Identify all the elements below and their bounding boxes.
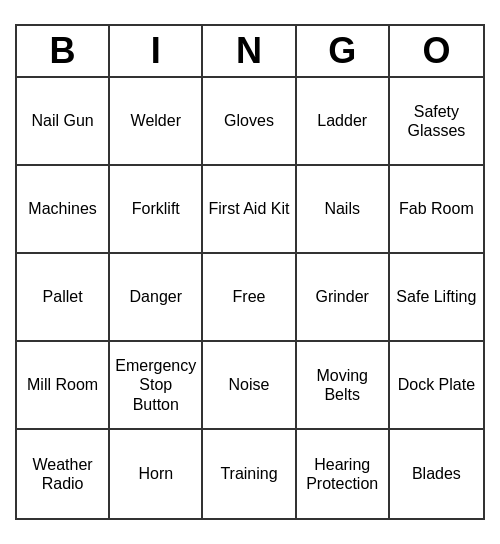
header-letter-i: I — [110, 26, 203, 76]
bingo-cell-7: First Aid Kit — [203, 166, 296, 254]
bingo-cell-text-5: Machines — [28, 199, 96, 218]
bingo-cell-text-11: Danger — [130, 287, 182, 306]
bingo-cell-text-3: Ladder — [317, 111, 367, 130]
bingo-cell-20: Weather Radio — [17, 430, 110, 518]
bingo-cell-3: Ladder — [297, 78, 390, 166]
header-letter-o: O — [390, 26, 483, 76]
bingo-cell-text-17: Noise — [229, 375, 270, 394]
bingo-cell-13: Grinder — [297, 254, 390, 342]
bingo-cell-24: Blades — [390, 430, 483, 518]
bingo-cell-text-8: Nails — [324, 199, 360, 218]
bingo-cell-text-13: Grinder — [316, 287, 369, 306]
bingo-cell-text-2: Gloves — [224, 111, 274, 130]
bingo-cell-5: Machines — [17, 166, 110, 254]
bingo-cell-text-0: Nail Gun — [31, 111, 93, 130]
bingo-cell-17: Noise — [203, 342, 296, 430]
bingo-cell-text-10: Pallet — [43, 287, 83, 306]
bingo-cell-text-15: Mill Room — [27, 375, 98, 394]
bingo-grid: Nail GunWelderGlovesLadderSafety Glasses… — [17, 78, 483, 518]
bingo-cell-text-6: Forklift — [132, 199, 180, 218]
bingo-cell-1: Welder — [110, 78, 203, 166]
bingo-cell-text-7: First Aid Kit — [209, 199, 290, 218]
bingo-cell-11: Danger — [110, 254, 203, 342]
bingo-cell-8: Nails — [297, 166, 390, 254]
header-letter-b: B — [17, 26, 110, 76]
bingo-cell-21: Horn — [110, 430, 203, 518]
bingo-cell-text-18: Moving Belts — [301, 366, 384, 404]
bingo-cell-10: Pallet — [17, 254, 110, 342]
bingo-cell-22: Training — [203, 430, 296, 518]
bingo-cell-14: Safe Lifting — [390, 254, 483, 342]
bingo-cell-0: Nail Gun — [17, 78, 110, 166]
bingo-cell-18: Moving Belts — [297, 342, 390, 430]
bingo-cell-2: Gloves — [203, 78, 296, 166]
bingo-cell-text-23: Hearing Protection — [301, 455, 384, 493]
header-letter-g: G — [297, 26, 390, 76]
bingo-cell-text-9: Fab Room — [399, 199, 474, 218]
bingo-cell-text-19: Dock Plate — [398, 375, 475, 394]
bingo-cell-16: Emergency Stop Button — [110, 342, 203, 430]
bingo-cell-6: Forklift — [110, 166, 203, 254]
bingo-cell-text-20: Weather Radio — [21, 455, 104, 493]
bingo-cell-19: Dock Plate — [390, 342, 483, 430]
bingo-cell-text-14: Safe Lifting — [396, 287, 476, 306]
bingo-cell-text-24: Blades — [412, 464, 461, 483]
bingo-cell-4: Safety Glasses — [390, 78, 483, 166]
bingo-cell-15: Mill Room — [17, 342, 110, 430]
header-letter-n: N — [203, 26, 296, 76]
bingo-cell-9: Fab Room — [390, 166, 483, 254]
bingo-cell-text-21: Horn — [138, 464, 173, 483]
bingo-cell-text-1: Welder — [131, 111, 181, 130]
bingo-cell-23: Hearing Protection — [297, 430, 390, 518]
bingo-cell-text-22: Training — [220, 464, 277, 483]
bingo-cell-text-16: Emergency Stop Button — [114, 356, 197, 414]
bingo-header: BINGO — [17, 26, 483, 78]
bingo-cell-text-12: Free — [233, 287, 266, 306]
bingo-cell-12: Free — [203, 254, 296, 342]
bingo-card: BINGO Nail GunWelderGlovesLadderSafety G… — [15, 24, 485, 520]
bingo-cell-text-4: Safety Glasses — [394, 102, 479, 140]
